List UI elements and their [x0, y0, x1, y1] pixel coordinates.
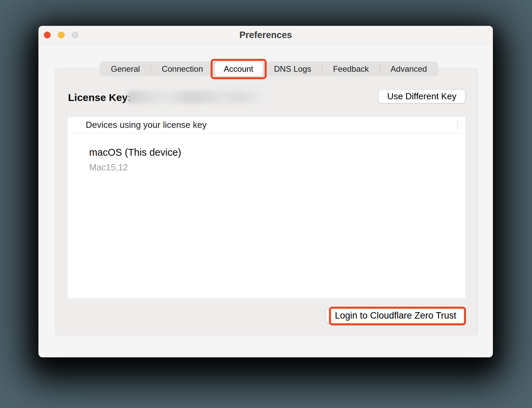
devices-table-header[interactable]: Devices using your license key: [68, 117, 465, 133]
license-key-label: License Key:: [68, 92, 131, 103]
tab-connection[interactable]: Connection: [151, 62, 213, 76]
device-model: Mac15,12: [89, 162, 465, 173]
tab-dns-logs[interactable]: DNS Logs: [264, 62, 322, 76]
login-zero-trust-button[interactable]: Login to Cloudflare Zero Trust: [326, 308, 465, 323]
tab-feedback[interactable]: Feedback: [322, 62, 379, 76]
devices-table: Devices using your license key macOS (Th…: [68, 117, 465, 298]
tab-general[interactable]: General: [100, 62, 150, 76]
tab-advanced[interactable]: Advanced: [380, 62, 437, 76]
title-bar: Preferences: [38, 26, 493, 44]
devices-table-header-label: Devices using your license key: [86, 120, 207, 130]
device-name: macOS (This device): [89, 147, 465, 158]
device-list-item[interactable]: macOS (This device) Mac15,12: [68, 133, 465, 173]
column-separator[interactable]: [457, 120, 458, 130]
tab-bar: General Connection Account DNS Logs Feed…: [100, 62, 438, 76]
use-different-key-button[interactable]: Use Different Key: [378, 89, 465, 103]
tab-account-wrap: Account: [214, 62, 263, 76]
window-title: Preferences: [38, 26, 493, 44]
preferences-window: Preferences General Connection Account D…: [38, 26, 493, 357]
license-key-redacted-value: [128, 91, 267, 103]
tab-account[interactable]: Account: [214, 62, 263, 76]
